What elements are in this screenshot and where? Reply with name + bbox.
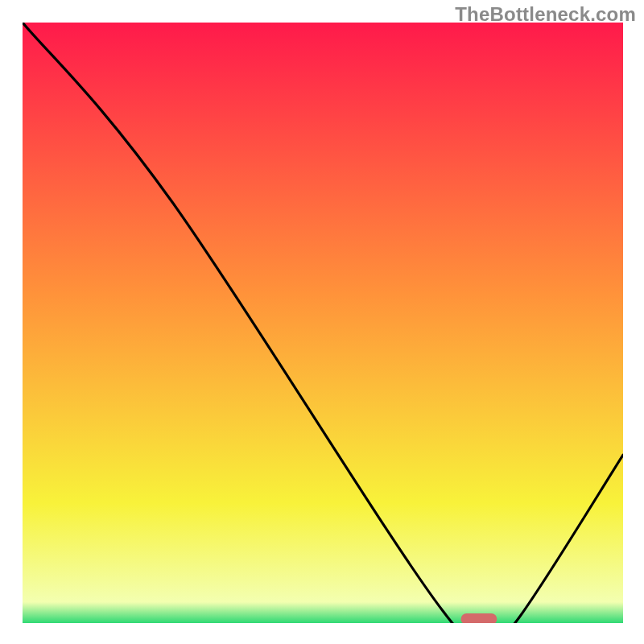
attribution-watermark: TheBottleneck.com [455, 3, 636, 26]
chart-svg [23, 23, 623, 623]
heatmap-background [23, 23, 623, 623]
plot-area [23, 23, 623, 623]
optimum-marker [461, 613, 497, 623]
chart-stage: TheBottleneck.com [0, 0, 644, 644]
